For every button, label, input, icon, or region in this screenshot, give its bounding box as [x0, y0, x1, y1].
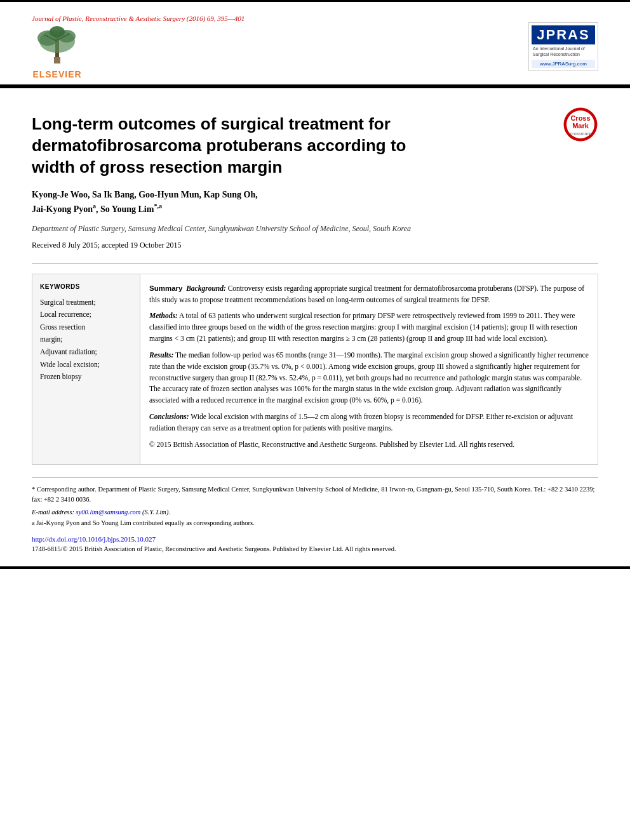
- conclusions-label: Conclusions:: [149, 413, 189, 420]
- abstract-content: Summary Background: Controversy exists r…: [149, 283, 589, 451]
- footer-area: * Corresponding author. Department of Pl…: [32, 477, 598, 552]
- methods-text: A total of 63 patients who underwent sur…: [149, 312, 577, 342]
- jpras-logo: JPRAS An International Journal of Surgic…: [528, 22, 598, 71]
- keyword-item: Adjuvant radiation;: [40, 346, 132, 359]
- authors: Kyong-Je Woo, Sa Ik Bang, Goo-Hyun Mun, …: [32, 188, 598, 216]
- email-affiliation: (S.Y. Lim).: [142, 509, 170, 516]
- keyword-item: Local recurrence;: [40, 309, 132, 321]
- methods-label: Methods:: [149, 312, 178, 319]
- keywords-abstract-container: KEYWORDS Surgical treatment; Local recur…: [32, 274, 598, 465]
- email-link[interactable]: sy00.lim@samsung.com: [76, 509, 141, 516]
- keywords-list: Surgical treatment; Local recurrence; Gr…: [40, 297, 132, 383]
- affiliation: Department of Plastic Surgery, Samsung M…: [32, 223, 598, 234]
- keyword-item: Frozen biopsy: [40, 371, 132, 383]
- svg-point-5: [50, 26, 65, 37]
- issn-line: 1748-6815/© 2015 British Association of …: [32, 545, 598, 552]
- svg-rect-0: [54, 57, 60, 63]
- keywords-title: KEYWORDS: [40, 283, 132, 290]
- keyword-item: Wide local excision;: [40, 359, 132, 371]
- results-text: The median follow-up period was 65 month…: [149, 351, 589, 404]
- keyword-item: Gross resection: [40, 321, 132, 334]
- elsevier-tree-icon: [32, 22, 83, 67]
- divider-line: [32, 263, 598, 263]
- svg-text:Mark: Mark: [572, 122, 589, 130]
- main-content: Long-term outcomes of surgical treatment…: [0, 88, 630, 565]
- abstract-summary-para: Summary Background: Controversy exists r…: [149, 283, 589, 306]
- keyword-item: Surgical treatment;: [40, 297, 132, 309]
- journal-title: Journal of Plastic, Reconstructive & Aes…: [32, 8, 245, 22]
- page: Journal of Plastic, Reconstructive & Aes…: [0, 0, 630, 840]
- article-title: Long-term outcomes of surgical treatment…: [32, 114, 413, 178]
- svg-text:Cross: Cross: [570, 114, 590, 122]
- jpras-url: www.JPRASurg.com: [532, 60, 595, 68]
- conclusions-text: Wide local excision with margins of 1.5—…: [149, 413, 573, 432]
- author-note: a Jai-Kyong Pyon and So Young Lim contri…: [32, 519, 598, 526]
- corresponding-note: * Corresponding author. Department of Pl…: [32, 484, 598, 505]
- journal-header: Journal of Plastic, Reconstructive & Aes…: [0, 2, 630, 22]
- keyword-item: margin;: [40, 333, 132, 346]
- abstract-copyright: © 2015 British Association of Plastic, R…: [149, 439, 589, 451]
- background-label: Background:: [186, 284, 226, 292]
- elsevier-logo: ELSEVIER: [32, 22, 83, 79]
- email-line: E-mail address: sy00.lim@samsung.com (S.…: [32, 509, 598, 516]
- crossmark-icon: Cross Mark crossmark: [563, 107, 598, 142]
- title-row: Long-term outcomes of surgical treatment…: [32, 101, 598, 188]
- abstract-box: Summary Background: Controversy exists r…: [140, 274, 598, 465]
- received-line: Received 8 July 2015; accepted 19 Octobe…: [32, 241, 598, 250]
- keywords-box: KEYWORDS Surgical treatment; Local recur…: [32, 274, 140, 465]
- abstract-conclusions-para: Conclusions: Wide local excision with ma…: [149, 411, 589, 434]
- elsevier-text: ELSEVIER: [32, 69, 81, 79]
- email-label: E-mail address:: [32, 509, 74, 516]
- svg-text:crossmark: crossmark: [570, 131, 591, 136]
- doi-link[interactable]: http://dx.doi.org/10.1016/j.bjps.2015.10…: [32, 535, 598, 543]
- abstract-results-para: Results: The median follow-up period was…: [149, 350, 589, 406]
- results-label: Results:: [149, 351, 173, 359]
- abstract-methods-para: Methods: A total of 63 patients who unde…: [149, 310, 589, 344]
- summary-label: Summary: [149, 284, 182, 292]
- bottom-black-bar: [0, 566, 630, 569]
- jpras-full-title: An International Journal of Surgical Rec…: [532, 44, 595, 58]
- jpras-abbr: JPRAS: [532, 25, 595, 44]
